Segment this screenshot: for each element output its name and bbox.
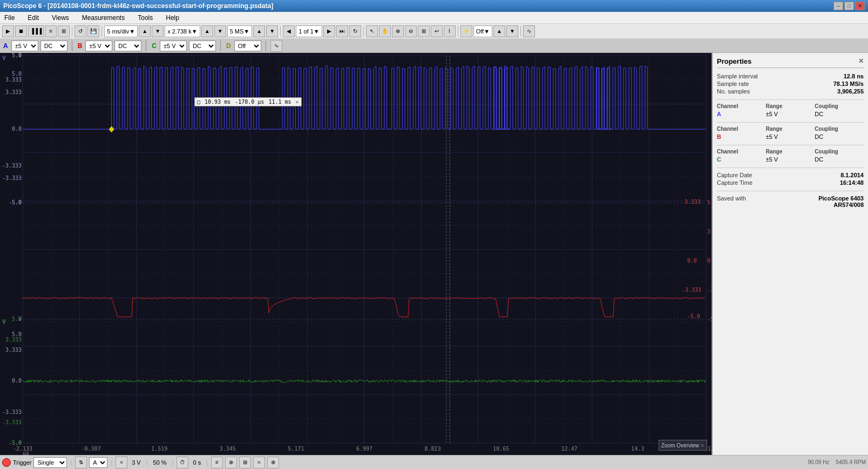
status-icon-4[interactable]: ≈ [253, 457, 265, 468]
tb-trig-up[interactable]: ▲ [493, 25, 505, 37]
tb-up[interactable]: ▲ [139, 25, 151, 37]
maximize-button[interactable]: □ [844, 2, 854, 10]
status-bar: Trigger SingleAutoRepeat | ⇅ ABC | ≈ 3 V… [0, 455, 868, 469]
tb-sep-s2: | [111, 459, 112, 466]
status-ch-icon[interactable]: ⇅ [75, 457, 87, 468]
status-trigger-label: Trigger [13, 459, 31, 466]
status-time-icon[interactable]: ⏱ [177, 457, 188, 468]
menu-measurements[interactable]: Measurements [80, 13, 127, 23]
main-area: □ 10.93 ms -170.0 µs 11.1 ms ✕ Zoom Over… [0, 53, 868, 455]
tb-separator-5 [458, 26, 458, 37]
tb-zoom-fit[interactable]: ⊞ [418, 25, 430, 37]
zoom-overview[interactable]: Zoom Overview ✕ [659, 440, 707, 451]
tb-math[interactable]: ∿ [523, 25, 535, 37]
nav-dropdown[interactable]: 1 of 1 ▼ [296, 25, 322, 37]
status-channel-sel[interactable]: ABC [89, 457, 107, 468]
menu-tools[interactable]: Tools [135, 13, 155, 23]
scope-area[interactable]: □ 10.93 ms -170.0 µs 11.1 ms ✕ Zoom Over… [0, 53, 711, 455]
tb-next[interactable]: ▶ [323, 25, 335, 37]
cursor-t2: 11.1 ms [268, 99, 291, 105]
tb-icon-2[interactable]: ⏹ [15, 25, 27, 37]
ch-c-coupling[interactable]: DCAC [189, 41, 216, 51]
ch-sep-4 [266, 41, 266, 51]
prop-ch-b-coupling: DC [815, 133, 864, 140]
status-icon-2[interactable]: ⊕ [225, 457, 237, 468]
trig-value: Off [476, 28, 484, 35]
minimize-button[interactable]: ─ [833, 2, 843, 10]
tb-undo[interactable]: ↩ [431, 25, 443, 37]
zoom-close[interactable]: ✕ [700, 443, 704, 448]
multiplier-value: x 2.738 k [167, 28, 192, 35]
ch-b-range[interactable]: ±5 V±2 V [85, 41, 112, 51]
tb-icon-5[interactable]: ⊞ [58, 25, 70, 37]
menu-edit[interactable]: Edit [25, 13, 41, 23]
prop-ch-c-header-range: Range [766, 149, 815, 155]
tb-icon-6[interactable]: ↺ [74, 25, 86, 37]
tb-icon-1[interactable]: ▶ [2, 25, 14, 37]
trig-dropdown[interactable]: Off ▼ [473, 25, 492, 37]
trig-chevron: ▼ [484, 28, 490, 35]
tb-zoom-in[interactable]: ⊕ [392, 25, 404, 37]
status-trigger-mode[interactable]: SingleAutoRepeat [33, 457, 67, 468]
status-icon-5[interactable]: ⊕ [267, 457, 279, 468]
tb-refresh[interactable]: ↻ [349, 25, 361, 37]
toolbar: ▶ ⏹ ▐▐▐ ≡ ⊞ ↺ 💾 5 ms/div ▼ ▲ ▼ x 2.738 k… [0, 24, 868, 39]
menu-file[interactable]: File [2, 13, 17, 23]
samples-dropdown[interactable]: 5 MS ▼ [227, 25, 253, 37]
status-icon-1[interactable]: ≡ [211, 457, 223, 468]
prop-sr-value: 78.13 MS/s [833, 81, 864, 87]
title-bar-controls: ─ □ ✕ [833, 2, 865, 10]
tb-icon-7[interactable]: 💾 [87, 25, 99, 37]
ch-b-coupling[interactable]: DCAC [114, 41, 141, 51]
ch-d-label: D [225, 42, 232, 50]
cursor-close[interactable]: ✕ [296, 99, 299, 105]
tb-icon-4[interactable]: ≡ [45, 25, 57, 37]
prop-ch-b-header-ch: Channel [717, 126, 766, 132]
prop-sample-interval: Sample interval 12.8 ns [717, 72, 864, 80]
tb-hand[interactable]: ✋ [379, 25, 391, 37]
prop-ch-b-section: Channel Range Coupling B ±5 V DC [717, 122, 864, 140]
status-volt-icon[interactable]: ≈ [116, 457, 127, 468]
prop-sw-label: Saved with [717, 195, 746, 208]
nav-chevron: ▼ [314, 28, 320, 35]
ch-d-value[interactable]: OffOn [234, 41, 261, 51]
menu-views[interactable]: Views [50, 13, 71, 23]
tb-down[interactable]: ▼ [152, 25, 164, 37]
tb-separator-3 [280, 26, 281, 37]
status-time: 0 s [193, 459, 201, 466]
tb-prev[interactable]: ◀ [283, 25, 295, 37]
prop-ch-a-header-ch: Channel [717, 103, 766, 109]
timebase-dropdown[interactable]: 5 ms/div ▼ [104, 25, 138, 37]
tb-cursor[interactable]: ↖ [366, 25, 378, 37]
multiplier-dropdown[interactable]: x 2.738 k ▼ [165, 25, 200, 37]
ch-a-coupling[interactable]: DCAC [40, 41, 67, 51]
ch-c-range[interactable]: ±5 V±2 V [160, 41, 187, 51]
cursor-tooltip: □ 10.93 ms -170.0 µs 11.1 ms ✕ [194, 97, 302, 106]
math-btn[interactable]: ∿ [270, 40, 282, 52]
timebase-chevron: ▼ [129, 28, 135, 35]
tb-mult-down[interactable]: ▼ [214, 25, 226, 37]
properties-title-text: Properties [717, 57, 751, 65]
ch-a-range[interactable]: ±5 V±2 V±1 V [11, 41, 38, 51]
menu-help[interactable]: Help [164, 13, 181, 23]
prop-cd-value: 8.1.2014 [840, 172, 864, 178]
tb-trig-icon[interactable]: ⚡ [460, 25, 472, 37]
tb-samp-up[interactable]: ▲ [253, 25, 265, 37]
properties-close[interactable]: ✕ [858, 57, 864, 65]
tb-measure[interactable]: ⌇ [444, 25, 456, 37]
tb-icon-bars[interactable]: ▐▐▐ [28, 25, 44, 37]
status-voltage: 3 V [132, 459, 141, 466]
prop-ch-a-coupling: DC [815, 111, 864, 117]
prop-ch-b-range: ±5 V [766, 133, 815, 140]
prop-ch-c-range: ±5 V [766, 156, 815, 163]
status-icon-3[interactable]: ⊞ [239, 457, 251, 468]
tb-samp-dn[interactable]: ▼ [266, 25, 278, 37]
status-freq: 90.09 Hz [808, 459, 829, 465]
tb-ffwd[interactable]: ⏭ [336, 25, 348, 37]
tb-zoom-out[interactable]: ⊖ [405, 25, 417, 37]
prop-saved-with: Saved with PicoScope 6403 AR574/008 [717, 195, 864, 209]
tb-mult-up[interactable]: ▲ [201, 25, 213, 37]
close-button[interactable]: ✕ [855, 2, 865, 10]
tb-trig-dn[interactable]: ▼ [506, 25, 518, 37]
window-title: PicoScope 6 - [20140108-0001-frdm-kl46z-… [3, 2, 273, 10]
